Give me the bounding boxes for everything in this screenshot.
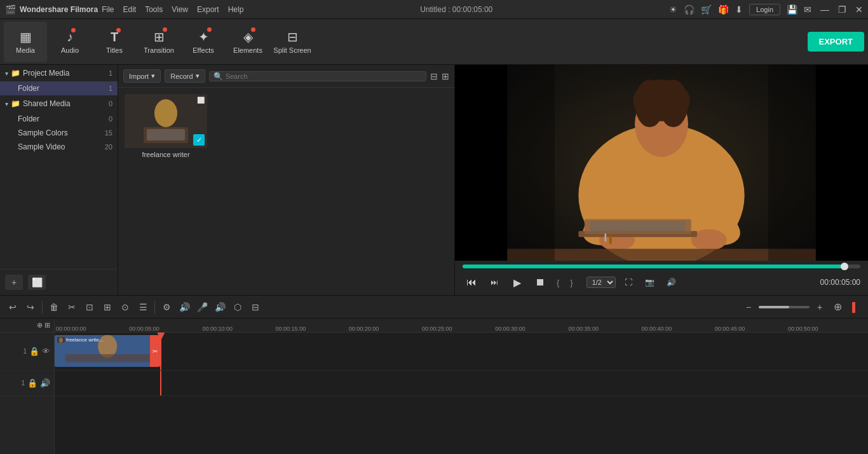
audio-mute-icon[interactable]: 🔊 [40,378,50,388]
menu-help[interactable]: Help [228,5,244,14]
zoom-slider[interactable] [759,306,810,308]
bracket-left: { [557,278,560,287]
split-screen-icon: ⊟ [287,29,298,45]
record-button[interactable]: Record ▾ [165,69,205,83]
add-track-button[interactable]: ⊕ [830,299,845,315]
menu-tools[interactable]: Tools [145,5,163,14]
shared-media-folder[interactable]: Folder 0 [0,112,118,126]
ctrl-right: 1/2 1/4 1 ⛶ 📷 🔊 [587,273,681,291]
add-clip-icon[interactable]: ⊕ [37,321,43,329]
remove-folder-button[interactable]: ⬜ [28,275,46,290]
toolbar-transition[interactable]: ⊞ Transition [137,22,180,62]
sample-video-item[interactable]: Sample Video 20 [0,140,118,154]
cut-button[interactable]: ✂ [64,299,79,315]
audio-lock-icon[interactable]: 🔒 [27,378,37,388]
zoom-in-button[interactable]: + [812,299,827,315]
shared-media-folder-icon: 📁 [11,99,20,108]
filter-icon[interactable]: ⊟ [430,71,438,81]
tracks-scroll: freelance write... ✂ [55,333,868,454]
toolbar-audio[interactable]: ♪ Audio [48,22,92,62]
search-input[interactable] [226,72,422,80]
frame-back-button[interactable]: ⏭ [485,273,503,291]
snap-button[interactable]: ⚙ [159,299,174,315]
timer-button[interactable]: ⊙ [118,299,133,315]
toolbar-titles[interactable]: T Titles [93,22,136,62]
collapse-button[interactable]: ▌ [848,299,863,315]
main-toolbar: ▦ Media ♪ Audio T Titles ⊞ Transition ✦ … [0,19,868,65]
play-button[interactable]: ▶ [508,273,526,291]
grid-icon[interactable]: ⊞ [442,71,449,81]
progress-knob[interactable] [841,263,848,270]
project-media-section: ▾ 📁 Project Media 1 Folder 1 [0,65,118,95]
menu-edit[interactable]: Edit [123,5,136,14]
voice-button[interactable]: 🔊 [212,299,227,315]
preview-frame [455,65,868,261]
close-button[interactable]: ✕ [855,4,863,15]
shop-icon[interactable]: 🛒 [701,4,712,15]
titlebar-title: Untitled : 00:00:05:00 [420,5,492,14]
gift-icon[interactable]: 🎁 [718,4,729,15]
step-back-button[interactable]: ⏮ [463,273,480,291]
export-button[interactable]: EXPORT [808,32,864,52]
maximize-button[interactable]: ❐ [838,4,846,15]
sample-colors-item[interactable]: Sample Colors 15 [0,126,118,140]
sample-video-label: Sample Video [18,142,105,151]
login-button[interactable]: Login [749,4,780,15]
speed-select[interactable]: 1/2 1/4 1 [587,277,616,288]
preview-video [455,65,868,261]
redo-button[interactable]: ↪ [23,299,38,315]
track-options-icon[interactable]: ⊞ [44,321,50,329]
fullscreen-icon[interactable]: ⛶ [620,273,637,291]
playhead[interactable] [160,333,161,370]
ruler-label-9: 00:00:45:00 [714,326,745,332]
toolbar-effects[interactable]: ✦ Effects [182,22,225,62]
add-folder-button[interactable]: + [5,275,23,290]
crop-button[interactable]: ⊡ [82,299,97,315]
timeline: ↩ ↪ 🗑 ✂ ⊡ ⊞ ⊙ ☰ ⚙ 🔊 🎤 🔊 ⬡ ⊟ − + ⊕ ▌ ⊕ [0,295,868,454]
sample-colors-label: Sample Colors [18,128,105,137]
split-button[interactable]: ⊞ [100,299,115,315]
import-button[interactable]: Import ▾ [123,69,161,83]
thumb-overlay: ✓ ⬜ [125,94,207,148]
delete-button[interactable]: 🗑 [46,299,62,315]
screenshot-icon[interactable]: 📷 [641,273,659,291]
mic-button[interactable]: 🎤 [194,299,210,315]
audio-track-number: 1 [21,380,25,387]
video-clip[interactable]: freelance write... ✂ [55,335,160,367]
shared-media-header[interactable]: ▾ 📁 Shared Media 0 [0,95,118,112]
toolbar-elements[interactable]: ◈ Elements [226,22,269,62]
settings-button[interactable]: ☰ [135,299,151,315]
video-eye-icon[interactable]: 👁 [42,347,50,356]
zoom-out-button[interactable]: − [741,299,756,315]
toolbar-media[interactable]: ▦ Media [4,22,47,62]
media-content: ✓ ⬜ freelance writer [118,88,454,295]
project-media-header[interactable]: ▾ 📁 Project Media 1 [0,65,118,81]
media-item-freelance-writer[interactable]: ✓ ⬜ freelance writer [125,94,207,158]
audio-track-lane [55,371,868,396]
menu-export[interactable]: Export [197,5,219,14]
menu-view[interactable]: View [172,5,188,14]
subtitle-button[interactable]: ⬡ [230,299,245,315]
undo-button[interactable]: ↩ [5,299,20,315]
brightness-icon[interactable]: ☀ [669,4,677,15]
minimize-button[interactable]: — [820,4,829,15]
ruler-label-5: 00:00:25:00 [421,326,452,332]
ruler-9: 00:00:45:00 [714,319,745,332]
volume-icon[interactable]: 🔊 [663,273,681,291]
audio-detach-button[interactable]: 🔊 [177,299,192,315]
stop-button[interactable]: ⏹ [531,273,549,291]
progress-bar[interactable] [463,265,860,268]
mail-icon[interactable]: ✉ [804,4,811,15]
menu-file[interactable]: File [102,5,114,14]
save-icon[interactable]: 💾 [787,4,797,15]
elements-icon: ◈ [243,29,253,45]
titlebar-right: ☀ 🎧 🛒 🎁 ⬇ Login 💾 ✉ — ❐ ✕ [669,4,863,15]
bracket-right: } [570,278,573,287]
project-media-folder[interactable]: Folder 1 [0,81,118,95]
headset-icon[interactable]: 🎧 [684,4,695,15]
toolbar-split-screen[interactable]: ⊟ Split Screen [271,22,314,62]
caption-button[interactable]: ⊟ [248,299,263,315]
video-lock-icon[interactable]: 🔒 [29,347,39,356]
download-icon[interactable]: ⬇ [735,4,743,15]
titles-icon: T [111,30,118,45]
